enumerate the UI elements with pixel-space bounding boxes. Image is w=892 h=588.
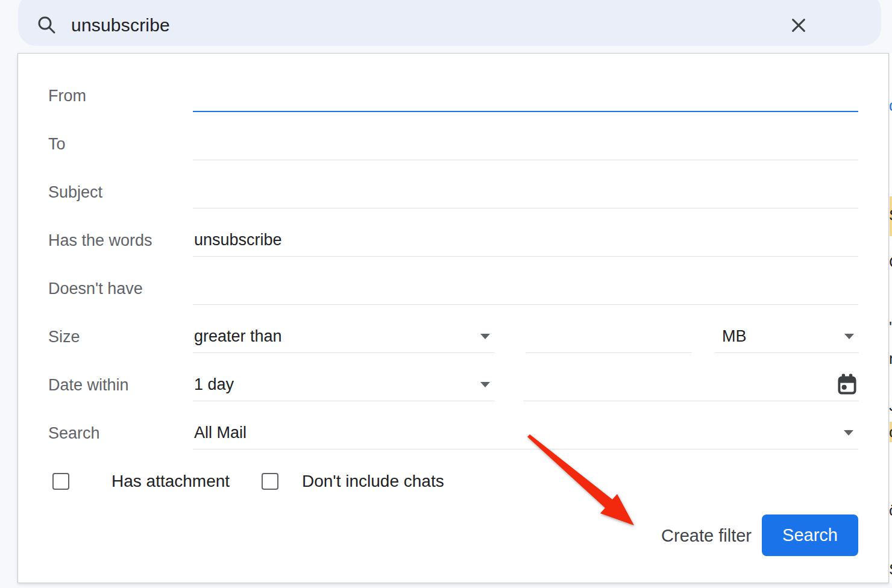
search-scope-label: Search	[48, 416, 100, 450]
doesnt-have-input[interactable]	[193, 272, 858, 305]
search-bar[interactable]: unsubscribe	[18, 0, 881, 46]
to-input[interactable]	[193, 127, 858, 160]
mail-text-fragment: J	[890, 396, 892, 415]
chevron-down-icon	[480, 382, 490, 387]
search-button[interactable]: Search	[762, 514, 858, 556]
doesnt-have-label: Doesn't have	[48, 272, 143, 305]
date-within-dropdown[interactable]: 1 day	[193, 368, 495, 401]
to-row: To	[48, 127, 858, 161]
size-operator-dropdown[interactable]: greater than	[193, 320, 495, 353]
search-query-text[interactable]: unsubscribe	[71, 15, 170, 36]
mail-text-fragment: 'c	[890, 318, 892, 337]
date-within-row: Date within 1 day	[48, 368, 858, 402]
clear-search-icon[interactable]	[790, 16, 808, 37]
create-filter-button[interactable]: Create filter	[661, 514, 752, 557]
date-within-value: 1 day	[193, 375, 234, 393]
mail-text-fragment: ö	[890, 501, 892, 520]
has-words-input[interactable]	[193, 224, 858, 257]
mail-text-fragment: S	[890, 206, 892, 225]
checkbox-row: Has attachment Don't include chats	[48, 464, 858, 498]
has-words-label: Has the words	[48, 224, 152, 257]
to-label: To	[48, 127, 66, 161]
dont-include-chats-checkbox[interactable]	[262, 473, 278, 490]
subject-input[interactable]	[193, 175, 858, 208]
size-label: Size	[48, 320, 80, 354]
from-input[interactable]	[193, 79, 858, 112]
mail-text-fragment: d	[890, 96, 892, 115]
search-scope-dropdown[interactable]: All Mail	[193, 416, 858, 449]
subject-label: Subject	[48, 175, 102, 209]
date-input[interactable]	[523, 368, 828, 399]
date-picker-field[interactable]	[523, 368, 859, 401]
from-row: From	[48, 79, 858, 113]
search-icon	[37, 15, 57, 38]
background-mail-list-sliver: d S C 'c n J o ö S	[890, 53, 892, 583]
mail-text-fragment: S	[890, 560, 892, 579]
has-words-row: Has the words	[48, 224, 858, 257]
dont-include-chats-label: Don't include chats	[302, 464, 444, 498]
has-attachment-checkbox[interactable]	[52, 473, 69, 490]
subject-row: Subject	[48, 175, 858, 209]
mail-text-fragment: C	[890, 253, 892, 272]
doesnt-have-row: Doesn't have	[48, 272, 858, 305]
calendar-icon[interactable]	[837, 374, 857, 406]
chevron-down-icon	[844, 334, 854, 339]
size-row: Size greater than MB	[48, 320, 858, 354]
search-scope-value: All Mail	[193, 424, 247, 442]
search-scope-row: Search All Mail	[48, 416, 858, 450]
mail-text-fragment: o	[890, 423, 892, 442]
chevron-down-icon	[844, 430, 853, 436]
chevron-down-icon	[480, 334, 490, 339]
size-unit-dropdown[interactable]: MB	[715, 320, 859, 353]
advanced-search-panel: From To Subject Has the words Doesn't ha…	[17, 53, 889, 583]
mail-text-fragment: n	[890, 349, 892, 368]
size-unit-value: MB	[721, 327, 747, 345]
date-within-label: Date within	[48, 368, 129, 402]
has-attachment-label: Has attachment	[111, 464, 230, 498]
from-label: From	[48, 79, 86, 113]
size-amount-input[interactable]	[526, 320, 692, 353]
actions-row: Create filter Search	[48, 514, 858, 557]
size-operator-value: greater than	[193, 327, 282, 345]
